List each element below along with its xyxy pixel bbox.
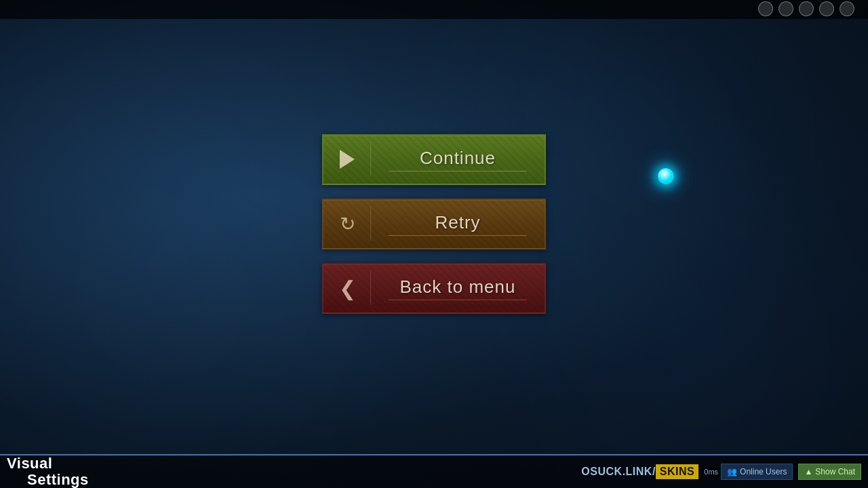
chevron-left-icon: ❮	[323, 264, 371, 312]
online-users-button[interactable]: 👥 Online Users	[721, 464, 793, 480]
skins-badge: SKINS	[656, 464, 698, 479]
bottom-bar: Visual Settings OSUCK.LINK/ SKINS 0ms 👥 …	[0, 454, 868, 488]
back-underline	[389, 300, 528, 300]
visual-settings: Visual Settings	[7, 455, 89, 488]
bottom-right: OSUCK.LINK/ SKINS 0ms 👥 Online Users ▲ S…	[581, 464, 861, 480]
play-icon	[323, 136, 371, 184]
show-chat-label: Show Chat	[815, 467, 855, 476]
continue-button[interactable]: Continue	[322, 134, 546, 185]
back-to-menu-button[interactable]: ❮ Back to menu	[322, 263, 546, 314]
back-to-menu-label: Back to menu	[400, 277, 516, 298]
top-right-icons	[758, 1, 854, 16]
chat-icon: ▲	[804, 467, 812, 476]
retry-icon: ↻	[323, 200, 371, 248]
ms-badge: 0ms	[701, 467, 721, 476]
icon-circle-1	[758, 1, 773, 16]
cursor-orb	[658, 168, 674, 184]
continue-underline	[389, 171, 528, 171]
retry-button[interactable]: ↻ Retry	[322, 199, 546, 249]
icon-circle-5	[840, 1, 854, 16]
top-bar	[0, 0, 868, 19]
retry-label-wrapper: Retry	[371, 212, 545, 236]
skins-label: SKINS	[660, 466, 694, 477]
icon-circle-2	[778, 1, 793, 16]
osuck-link-text: OSUCK.LINK/	[581, 466, 656, 478]
back-label-wrapper: Back to menu	[371, 277, 545, 300]
retry-spin-icon: ↻	[340, 213, 355, 235]
icon-circle-3	[799, 1, 814, 16]
users-icon: 👥	[727, 467, 737, 476]
continue-label: Continue	[420, 148, 496, 169]
visual-label: Visual	[7, 455, 89, 472]
main-content: Continue ↻ Retry ❮ Back to menu	[0, 0, 868, 488]
bottom-actions: 👥 Online Users ▲ Show Chat	[721, 464, 861, 480]
retry-label: Retry	[435, 212, 480, 233]
retry-underline	[389, 235, 528, 236]
show-chat-button[interactable]: ▲ Show Chat	[798, 464, 861, 480]
settings-label: Settings	[7, 472, 89, 488]
icon-circle-4	[819, 1, 834, 16]
chevron-symbol: ❮	[339, 277, 356, 300]
continue-label-wrapper: Continue	[371, 148, 545, 171]
online-users-label: Online Users	[740, 467, 787, 476]
